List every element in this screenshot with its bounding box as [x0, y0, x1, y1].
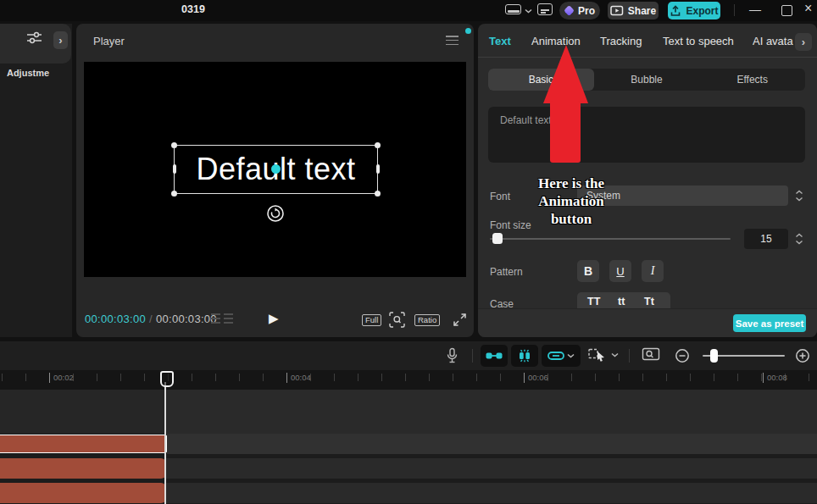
layout-mode-button[interactable]	[505, 4, 522, 15]
pro-gem-icon	[564, 5, 575, 16]
play-button[interactable]: ▶	[269, 311, 279, 326]
full-screen-quality-button[interactable]: Full	[362, 314, 381, 326]
chevron-down-icon	[795, 197, 803, 202]
divider	[478, 57, 817, 58]
resize-handle-right[interactable]	[376, 164, 380, 174]
track-lane	[166, 458, 817, 479]
preview-quality-toggle[interactable]	[211, 313, 233, 324]
annotation-line: Here is the	[531, 174, 612, 192]
resize-handle-tl[interactable]	[171, 142, 177, 148]
split-burst-icon	[517, 349, 532, 363]
track-lane	[166, 483, 817, 503]
anchor-point[interactable]	[271, 164, 281, 174]
capcut-window: 0319 Pro Share	[0, 0, 817, 504]
font-size-value[interactable]: 15	[744, 229, 788, 249]
timeline-zoom-slider-handle[interactable]	[710, 349, 718, 363]
toolbar-divider	[472, 349, 473, 363]
timeline-clip[interactable]	[0, 483, 166, 503]
subtab-bubble[interactable]: Bubble	[594, 69, 700, 91]
focus-zoom-icon[interactable]	[389, 312, 405, 328]
resize-handle-br[interactable]	[375, 191, 381, 197]
toolbar-divider	[629, 349, 630, 363]
project-title: 0319	[166, 3, 220, 15]
playhead-line[interactable]	[164, 382, 166, 504]
tab-ai-avatars[interactable]: AI avata	[753, 35, 793, 47]
preview-axis-icon[interactable]	[642, 347, 660, 363]
tab-text-to-speech[interactable]: Text to speech	[663, 35, 734, 47]
case-lower-button[interactable]: tt	[618, 296, 625, 307]
timeline-clip-selected[interactable]	[0, 435, 167, 453]
resize-handle-tr[interactable]	[375, 142, 381, 148]
annotation-text: Here is the Animation button	[531, 174, 612, 228]
tab-tracking[interactable]: Tracking	[600, 35, 642, 47]
rotate-handle-icon[interactable]	[266, 204, 285, 223]
auto-split-button[interactable]	[511, 345, 538, 367]
maximize-button[interactable]	[781, 5, 792, 16]
tab-text[interactable]: Text	[489, 35, 511, 47]
export-label: Export	[686, 5, 718, 17]
grid-list-icon	[224, 313, 233, 324]
player-panel: Player Default text 00:00:03:00/00:0	[76, 24, 474, 337]
fullscreen-expand-icon[interactable]	[453, 313, 467, 327]
player-title: Player	[93, 35, 125, 47]
total-time: 00:00:03:00	[156, 313, 217, 325]
share-button[interactable]: Share	[608, 2, 659, 19]
zoom-in-icon[interactable]	[795, 348, 810, 363]
italic-button[interactable]: I	[642, 260, 664, 282]
share-label: Share	[628, 5, 656, 17]
player-menu-icon[interactable]	[446, 36, 459, 47]
link-clips-button[interactable]	[542, 345, 581, 367]
annotation-line: button	[531, 210, 612, 228]
chevron-right-icon: ›	[58, 34, 62, 47]
record-voiceover-mic-icon[interactable]	[446, 347, 459, 365]
close-button[interactable]: ×	[804, 3, 812, 14]
text-settings-panel: Text Animation Tracking Text to speech A…	[478, 24, 817, 337]
video-preview[interactable]: Default text	[84, 62, 466, 277]
titlebar-divider	[734, 4, 735, 16]
pattern-label: Pattern	[490, 266, 523, 278]
timecode: 00:00:03:00/00:00:03:00	[85, 313, 217, 325]
ruler-label: 00:08	[763, 373, 787, 383]
zoom-out-icon[interactable]	[675, 348, 690, 363]
caption-layout-icon	[537, 3, 553, 15]
minimize-button[interactable]: —	[749, 3, 761, 15]
font-size-slider-handle[interactable]	[492, 233, 503, 244]
select-tool-button[interactable]	[588, 346, 619, 363]
tabs-overflow-button[interactable]: ›	[795, 33, 812, 51]
timeline-toolbar	[0, 341, 817, 370]
case-upper-button[interactable]: TT	[587, 296, 600, 307]
pro-button[interactable]: Pro	[559, 2, 600, 19]
chevron-down-icon[interactable]	[525, 8, 532, 14]
timeline-ruler[interactable]: 00:02 00:04 00:06 00:08	[0, 370, 817, 390]
track-lane	[167, 390, 817, 434]
resize-handle-bl[interactable]	[171, 191, 177, 197]
grid-list-icon	[211, 313, 220, 324]
font-stepper[interactable]	[792, 186, 807, 206]
time-separator: /	[146, 313, 156, 325]
font-size-slider-track[interactable]	[490, 238, 731, 240]
magnet-snap-icon	[486, 350, 503, 362]
export-icon	[670, 4, 681, 17]
timeline-clip[interactable]	[0, 458, 166, 479]
text-selection-box[interactable]: Default text	[174, 145, 378, 194]
playhead-handle[interactable]	[160, 371, 174, 387]
sidebar-expand-button[interactable]: ›	[53, 31, 68, 49]
ruler-label: 00:06	[524, 373, 548, 383]
current-time[interactable]: 00:00:03:00	[85, 313, 146, 325]
export-button[interactable]: Export	[668, 2, 720, 19]
ruler-label: 00:04	[286, 373, 311, 383]
subtab-effects[interactable]: Effects	[699, 69, 805, 91]
pro-label: Pro	[578, 5, 595, 17]
chevron-down-icon	[795, 240, 803, 245]
bold-button[interactable]: B	[577, 260, 599, 282]
underline-button[interactable]: U	[609, 260, 631, 282]
save-as-preset-button[interactable]: Save as preset	[733, 314, 806, 332]
chevron-right-icon: ›	[802, 36, 805, 48]
font-size-stepper[interactable]	[792, 229, 807, 249]
resize-handle-left[interactable]	[173, 164, 176, 174]
auto-snap-button[interactable]	[481, 345, 508, 367]
caption-layout-button[interactable]	[537, 3, 553, 16]
case-title-button[interactable]: Tt	[644, 296, 654, 307]
ratio-button[interactable]: Ratio	[414, 314, 440, 326]
sidebar-item-label: Adjustme	[0, 68, 56, 78]
